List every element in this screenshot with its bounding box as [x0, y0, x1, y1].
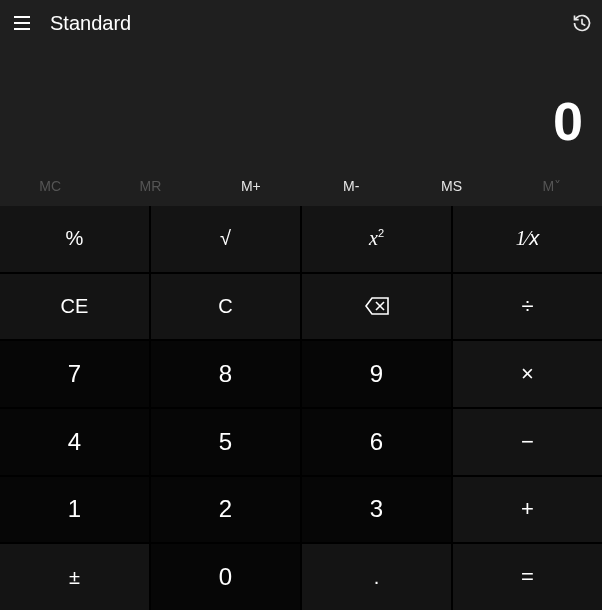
multiply-button[interactable]: × — [453, 341, 602, 407]
sqrt-button[interactable]: √ — [151, 206, 300, 272]
display-value: 0 — [553, 90, 584, 152]
memory-subtract-button[interactable]: M- — [301, 166, 401, 206]
memory-store-button[interactable]: MS — [401, 166, 501, 206]
square-button[interactable]: x2 — [302, 206, 451, 272]
divide-button[interactable]: ÷ — [453, 274, 602, 340]
three-button[interactable]: 3 — [302, 477, 451, 543]
add-button[interactable]: + — [453, 477, 602, 543]
display: 0 — [0, 46, 602, 166]
equals-button[interactable]: = — [453, 544, 602, 610]
negate-button[interactable]: ± — [0, 544, 149, 610]
memory-add-button[interactable]: M+ — [201, 166, 301, 206]
keypad: % √ x2 1⁄x CE C ÷ 7 8 9 × 4 5 6 − 1 2 3 … — [0, 206, 602, 610]
one-button[interactable]: 1 — [0, 477, 149, 543]
clear-button[interactable]: C — [151, 274, 300, 340]
five-button[interactable]: 5 — [151, 409, 300, 475]
menu-icon[interactable] — [10, 11, 34, 35]
memory-clear-button: MC — [0, 166, 100, 206]
reciprocal-button[interactable]: 1⁄x — [453, 206, 602, 272]
mode-title: Standard — [50, 12, 131, 35]
title-bar: Standard — [0, 0, 602, 46]
memory-recall-button: MR — [100, 166, 200, 206]
backspace-button[interactable] — [302, 274, 451, 340]
eight-button[interactable]: 8 — [151, 341, 300, 407]
memory-list-button: M˅ — [502, 166, 602, 206]
decimal-button[interactable]: . — [302, 544, 451, 610]
seven-button[interactable]: 7 — [0, 341, 149, 407]
clear-entry-button[interactable]: CE — [0, 274, 149, 340]
percent-button[interactable]: % — [0, 206, 149, 272]
two-button[interactable]: 2 — [151, 477, 300, 543]
zero-button[interactable]: 0 — [151, 544, 300, 610]
six-button[interactable]: 6 — [302, 409, 451, 475]
four-button[interactable]: 4 — [0, 409, 149, 475]
memory-row: MC MR M+ M- MS M˅ — [0, 166, 602, 206]
subtract-button[interactable]: − — [453, 409, 602, 475]
backspace-icon — [365, 297, 389, 315]
nine-button[interactable]: 9 — [302, 341, 451, 407]
history-icon[interactable] — [572, 13, 592, 33]
